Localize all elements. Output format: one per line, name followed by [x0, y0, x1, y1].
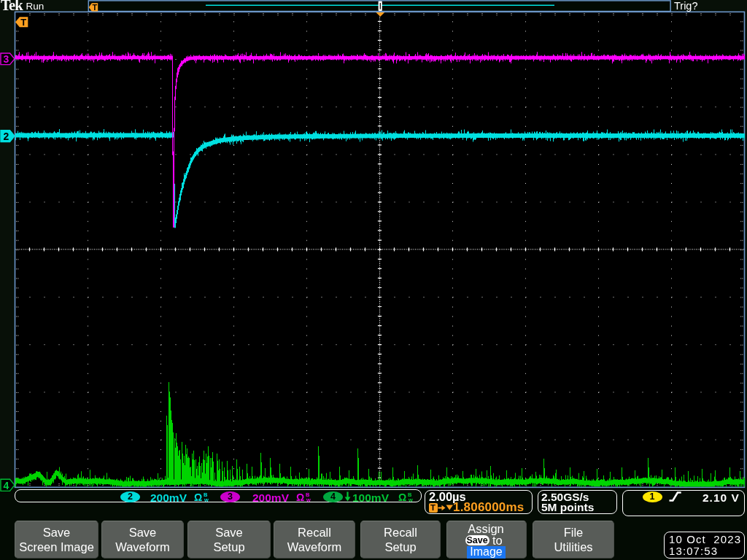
svg-text:2: 2 — [4, 131, 9, 142]
svg-text:T: T — [93, 3, 98, 12]
svg-text:3: 3 — [4, 53, 9, 65]
svg-text:T: T — [20, 17, 26, 28]
svg-text:4: 4 — [4, 480, 9, 491]
